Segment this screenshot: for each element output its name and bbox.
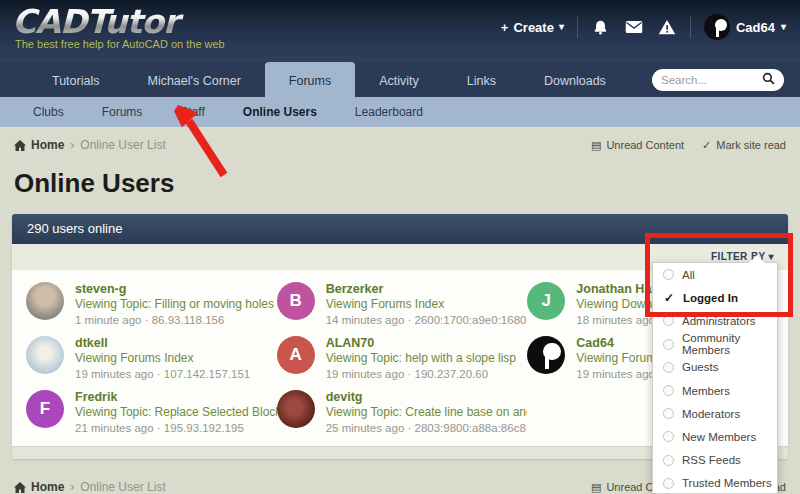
avatar[interactable]: J (527, 282, 565, 320)
user-activity-link[interactable]: Viewing Forums Index (326, 297, 528, 312)
tab-links[interactable]: Links (443, 65, 520, 98)
create-label: Create (513, 20, 553, 35)
list-item: B Berzerker Viewing Forums Index 14 minu… (277, 282, 528, 330)
radio-icon (663, 362, 674, 373)
user-meta: 21 minutes ago · 195.93.192.195 (75, 420, 277, 436)
filter-option-trusted-members[interactable]: Trusted Members (653, 472, 777, 494)
list-item: dtkell Viewing Forums Index 19 minutes a… (26, 336, 277, 384)
breadcrumb-current: Online User List (80, 480, 165, 494)
brand-block[interactable]: CADTutor The best free help for AutoCAD … (12, 2, 225, 50)
moderation-warning-icon[interactable] (657, 17, 677, 37)
user-activity-link[interactable]: Viewing Topic: Filling or moving holes A… (75, 297, 277, 312)
avatar[interactable] (704, 14, 730, 40)
page: CADTutor The best free help for AutoCAD … (0, 0, 800, 494)
create-button[interactable]: + Create ▾ (501, 20, 564, 35)
filter-option-all[interactable]: All (653, 263, 777, 286)
avatar[interactable] (277, 390, 315, 428)
list-item: F Fredrik Viewing Topic: Replace Selecte… (26, 390, 277, 438)
subnav-item-forums[interactable]: Forums (83, 105, 162, 119)
filter-option-new-members[interactable]: New Members (653, 425, 777, 448)
subnav-item-leaderboard[interactable]: Leaderboard (336, 105, 442, 119)
unread-content-icon: ▤ (591, 481, 601, 494)
radio-icon (663, 269, 674, 280)
user-activity-link[interactable]: Viewing Topic: help with a slope lisp (326, 351, 516, 366)
filter-dropdown-menu: All ✓Logged In Administrators Community … (652, 262, 778, 494)
avatar[interactable] (26, 282, 64, 320)
user-activity-link[interactable]: Viewing Forums Index (75, 351, 250, 366)
chevron-right-icon: › (70, 480, 74, 494)
radio-icon (663, 478, 674, 489)
filter-option-moderators[interactable]: Moderators (653, 402, 777, 425)
avatar[interactable] (26, 336, 64, 374)
site-logo[interactable]: CADTutor (12, 2, 225, 41)
messages-envelope-icon[interactable] (624, 17, 644, 37)
page-title: Online Users (14, 168, 800, 199)
avatar[interactable]: F (26, 390, 64, 428)
user-meta: 14 minutes ago · 2600:1700:a9e0:1680:748… (326, 312, 528, 328)
tab-downloads[interactable]: Downloads (520, 65, 630, 98)
divider (690, 16, 691, 38)
notifications-bell-icon[interactable] (591, 17, 611, 37)
tab-forums[interactable]: Forums (265, 62, 355, 98)
account-username: Cad64 (736, 20, 775, 35)
search-icon[interactable] (762, 71, 775, 89)
check-icon: ✓ (663, 291, 675, 305)
home-icon (14, 482, 26, 493)
list-item: steven-g Viewing Topic: Filling or movin… (26, 282, 277, 330)
primary-nav: Tutorials Michael's Corner Forums Activi… (0, 62, 800, 97)
filter-option-rss-feeds[interactable]: RSS Feeds (653, 449, 777, 472)
user-name-link[interactable]: dtkell (75, 336, 250, 351)
caret-down-icon: ▾ (769, 251, 774, 262)
panel-header: 290 users online (12, 214, 788, 244)
list-item: devitg Viewing Topic: Create line base o… (277, 390, 528, 438)
site-tagline: The best free help for AutoCAD on the we… (12, 38, 225, 50)
search-box[interactable] (652, 69, 784, 91)
breadcrumb-current: Online User List (80, 138, 165, 152)
radio-icon (663, 408, 674, 419)
radio-icon (663, 431, 674, 442)
user-name-link[interactable]: ALAN70 (326, 336, 516, 351)
avatar[interactable] (527, 336, 565, 374)
user-meta: 1 minute ago · 86.93.118.156 (75, 312, 277, 328)
header-user-nav: + Create ▾ Cad64 ▾ (501, 14, 786, 40)
divider (577, 16, 578, 38)
tab-michaels-corner[interactable]: Michael's Corner (123, 65, 264, 98)
filter-option-logged-in[interactable]: ✓Logged In (653, 286, 777, 309)
filter-option-administrators[interactable]: Administrators (653, 309, 777, 332)
filter-option-community-members[interactable]: Community Members (653, 333, 777, 356)
user-activity-link[interactable]: Viewing Topic: Replace Selected Block Or… (75, 405, 277, 420)
unread-content-link[interactable]: ▤ Unread Content (591, 139, 684, 152)
chevron-right-icon: › (70, 138, 74, 152)
breadcrumb: Home › Online User List ▤ Unread Content… (14, 138, 786, 152)
radio-icon (663, 385, 674, 396)
user-meta: 19 minutes ago · 190.237.20.60 (326, 366, 516, 382)
list-item: A ALAN70 Viewing Topic: help with a slop… (277, 336, 528, 384)
subnav-item-online-users[interactable]: Online Users (224, 105, 336, 119)
user-name-link[interactable]: devitg (326, 390, 528, 405)
avatar[interactable]: A (277, 336, 315, 374)
caret-down-icon: ▾ (781, 22, 786, 32)
radio-icon (663, 339, 674, 350)
mark-site-read-link[interactable]: ✓ Mark site read (702, 139, 786, 152)
site-header: CADTutor The best free help for AutoCAD … (0, 0, 800, 62)
radio-icon (663, 455, 674, 466)
search-input[interactable] (661, 74, 756, 86)
home-icon (14, 140, 26, 151)
breadcrumb-home-link[interactable]: Home (14, 138, 64, 152)
secondary-nav: Clubs Forums Staff Online Users Leaderbo… (0, 97, 800, 127)
filter-option-guests[interactable]: Guests (653, 356, 777, 379)
user-meta: 19 minutes ago · 107.142.157.151 (75, 366, 250, 382)
account-menu[interactable]: Cad64 ▾ (704, 14, 786, 40)
user-activity-link[interactable]: Viewing Topic: Create line base on angle… (326, 405, 528, 420)
tab-activity[interactable]: Activity (355, 65, 443, 98)
avatar[interactable]: B (277, 282, 315, 320)
filter-option-members[interactable]: Members (653, 379, 777, 402)
user-name-link[interactable]: Fredrik (75, 390, 277, 405)
subnav-item-staff[interactable]: Staff (161, 105, 223, 119)
user-name-link[interactable]: Berzerker (326, 282, 528, 297)
caret-down-icon: ▾ (559, 22, 564, 32)
user-name-link[interactable]: steven-g (75, 282, 277, 297)
subnav-item-clubs[interactable]: Clubs (14, 105, 83, 119)
tab-tutorials[interactable]: Tutorials (28, 65, 123, 98)
breadcrumb-home-link[interactable]: Home (14, 480, 64, 494)
